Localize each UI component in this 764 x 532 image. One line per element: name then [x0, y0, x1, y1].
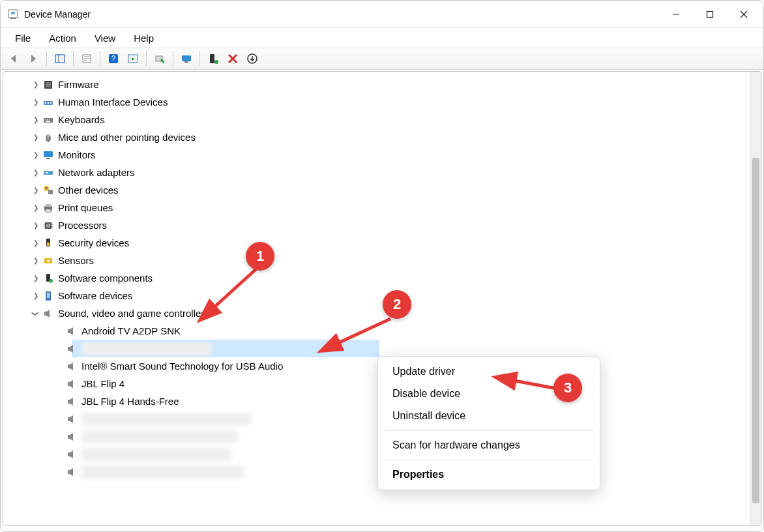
toolbar-separator [46, 51, 47, 66]
show-hide-tree-button[interactable] [51, 50, 69, 68]
menu-file[interactable]: File [6, 30, 40, 46]
scan-hardware-button[interactable] [177, 50, 196, 68]
svg-rect-39 [44, 151, 53, 157]
tree-item-software-components[interactable]: ❯ + Software components [7, 269, 750, 287]
minimize-button[interactable] [659, 1, 693, 27]
svg-rect-42 [46, 172, 48, 173]
forward-button[interactable] [24, 50, 42, 68]
tree-item-processors[interactable]: ❯ Processors [7, 216, 750, 234]
tree-item-security[interactable]: ❯ Security devices [7, 234, 750, 252]
tree-item-keyboards[interactable]: ❯ Keyboards [7, 111, 750, 128]
speaker-icon [66, 325, 78, 337]
tree-label: Software devices [58, 290, 132, 301]
svg-rect-29 [45, 102, 46, 104]
redacted-label [81, 413, 251, 426]
tree-item-print[interactable]: ❯ Print queues [7, 199, 750, 216]
collapse-icon[interactable]: ❯ [31, 308, 41, 319]
expand-icon[interactable]: ❯ [31, 168, 41, 178]
titlebar: Device Manager [1, 1, 763, 28]
vertical-scrollbar[interactable] [750, 72, 761, 525]
expand-icon[interactable]: ❯ [31, 238, 41, 248]
enable-device-button[interactable] [204, 50, 222, 68]
context-properties[interactable]: Properties [378, 464, 600, 486]
context-uninstall-device[interactable]: Uninstall device [378, 405, 600, 427]
back-button[interactable] [5, 50, 23, 68]
help-button[interactable]: ? [104, 50, 123, 68]
tree-label: Sound, video and game controllers [58, 308, 209, 319]
svg-rect-4 [707, 11, 713, 17]
properties-button[interactable] [78, 50, 96, 68]
expand-icon[interactable]: ❯ [31, 203, 41, 213]
expand-icon[interactable]: ❯ [31, 132, 41, 143]
svg-rect-35 [49, 119, 50, 121]
tree-item-network[interactable]: ❯ Network adapters [7, 164, 750, 181]
expand-icon[interactable]: ❯ [31, 150, 41, 160]
context-separator [385, 430, 593, 431]
svg-marker-16 [132, 57, 135, 61]
expand-icon[interactable]: ❯ [31, 80, 41, 90]
context-scan-hardware[interactable]: Scan for hardware changes [378, 434, 600, 456]
svg-rect-20 [184, 61, 188, 63]
expand-icon[interactable]: ❯ [31, 185, 41, 196]
svg-rect-48 [46, 209, 51, 212]
toolbar-separator [199, 51, 200, 66]
disable-device-button[interactable] [243, 50, 261, 68]
expand-icon[interactable]: ❯ [31, 220, 41, 231]
toolbar-separator [173, 51, 173, 66]
tree-item-monitors[interactable]: ❯ Monitors [7, 146, 750, 164]
window-title: Device Manager [24, 9, 91, 20]
menu-action[interactable]: Action [40, 30, 85, 46]
svg-rect-2 [10, 18, 16, 19]
annotation-arrow-1 [194, 261, 272, 327]
software-components-icon: + [42, 273, 54, 284]
svg-rect-1 [11, 12, 15, 14]
expand-icon[interactable]: ❯ [31, 291, 41, 301]
keyboard-icon [42, 114, 54, 126]
svg-text:?: ? [111, 54, 116, 63]
annotation-badge-2: 2 [383, 290, 411, 319]
svg-rect-33 [45, 119, 46, 121]
printer-icon [42, 202, 54, 214]
svg-rect-7 [55, 55, 65, 63]
svg-text:?: ? [45, 186, 48, 191]
menu-help[interactable]: Help [125, 30, 163, 46]
toolbar-separator [146, 51, 147, 66]
speaker-icon [66, 431, 78, 443]
close-button[interactable] [727, 1, 761, 27]
expand-icon[interactable]: ❯ [31, 115, 41, 125]
toolbar: ? [1, 48, 763, 70]
svg-rect-31 [50, 102, 51, 104]
software-devices-icon [42, 290, 54, 302]
tree-item-other[interactable]: ❯ ? Other devices [7, 181, 750, 199]
uninstall-device-button[interactable] [224, 50, 242, 68]
svg-rect-56 [47, 243, 50, 246]
tree-item-firmware[interactable]: ❯ Firmware [7, 76, 750, 93]
svg-rect-30 [48, 102, 49, 104]
update-driver-button[interactable] [151, 50, 169, 68]
svg-rect-40 [46, 158, 50, 159]
device-manager-window: Device Manager File Action View Help [0, 0, 764, 532]
expand-icon[interactable]: ❯ [31, 256, 41, 266]
tree-label: Firmware [58, 79, 99, 90]
other-devices-icon: ? [42, 185, 54, 196]
tree-label: Security devices [58, 237, 129, 248]
svg-rect-27 [46, 82, 51, 87]
svg-point-58 [47, 259, 50, 262]
menu-view[interactable]: View [85, 30, 125, 46]
action-button[interactable] [124, 50, 142, 68]
scrollbar-thumb[interactable] [752, 158, 759, 503]
svg-line-65 [323, 319, 390, 350]
tree-label: Processors [58, 220, 107, 231]
tree-item-sensors[interactable]: ❯ Sensors [7, 252, 750, 269]
svg-rect-50 [46, 224, 50, 228]
tree-item-hid[interactable]: ❯ Human Interface Devices [7, 93, 750, 111]
tree-item-software-devices[interactable]: ❯ Software devices [7, 287, 750, 304]
expand-icon[interactable]: ❯ [31, 273, 41, 284]
tree-item-mice[interactable]: ❯ Mice and other pointing devices [7, 128, 750, 146]
expand-icon[interactable]: ❯ [31, 97, 41, 108]
maximize-button[interactable] [693, 1, 727, 27]
svg-rect-63 [47, 293, 50, 298]
tree-label: Keyboards [58, 114, 105, 125]
tree-label: Mice and other pointing devices [58, 132, 196, 143]
tree-label: Human Interface Devices [58, 96, 168, 108]
